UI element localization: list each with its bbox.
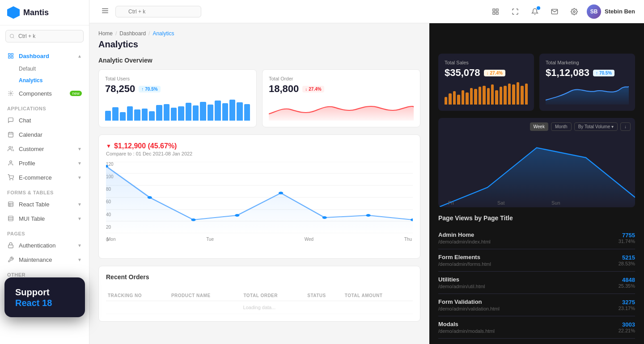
dark-income-chart: Week Month By Total Volume ▾ ↓ — [438, 118, 635, 207]
svg-point-4 — [10, 92, 12, 94]
download-button[interactable]: ↓ — [620, 122, 631, 131]
page-right: Total Sales $35,078 ↓ 27.4% — [429, 23, 644, 344]
svg-point-44 — [191, 218, 195, 221]
total-sales-label: Total Sales — [445, 60, 528, 65]
col-product: Product Name — [169, 290, 242, 301]
s-bar-15 — [504, 86, 506, 105]
pv-percent-1: 31.74% — [619, 239, 635, 244]
sidebar-item-customer[interactable]: Customer ▼ — [0, 142, 89, 156]
svg-rect-30 — [493, 9, 495, 11]
bar-10 — [171, 108, 177, 121]
svg-point-47 — [322, 216, 327, 219]
sidebar-subitem-analytics[interactable]: Analytics — [0, 75, 89, 86]
analytic-overview-title: Analytic Overview — [98, 57, 420, 64]
s-bar-8 — [474, 89, 477, 105]
sidebar-item-mui-table[interactable]: MUI Table ▼ — [0, 211, 89, 226]
sidebar-item-customer-label: Customer — [19, 146, 44, 152]
sidebar-item-react-table[interactable]: React Table ▼ — [0, 197, 89, 211]
bar-5 — [134, 109, 140, 121]
total-marketing-badge: ↑ 70.5% — [593, 70, 614, 76]
volume-dropdown[interactable]: By Total Volume ▾ — [574, 122, 618, 131]
pv-count-3: 4848 — [619, 277, 635, 283]
profile-icon — [7, 159, 14, 167]
sidebar-item-ecommerce[interactable]: E-commerce ▼ — [0, 170, 89, 185]
global-search-input[interactable] — [115, 6, 201, 17]
messages-button[interactable] — [547, 4, 562, 19]
notification-badge — [537, 6, 540, 10]
breadcrumb-dashboard[interactable]: Dashboard — [119, 30, 146, 37]
calendar-icon — [7, 131, 14, 138]
topbar-left — [98, 4, 201, 19]
total-sales-chart — [445, 82, 528, 105]
pv-title-4: Form Validation — [438, 298, 619, 305]
svg-point-10 — [10, 161, 12, 163]
chevron-down-icon6: ▼ — [77, 243, 82, 248]
pv-percent-2: 28.53% — [619, 261, 635, 266]
s-bar-11 — [487, 88, 490, 105]
svg-rect-3 — [11, 56, 13, 58]
logo-icon — [7, 6, 20, 19]
total-marketing-card: Total Marketing $1,12,083 ↑ 70.5% — [539, 54, 635, 111]
pv-title-5: Modals — [438, 321, 619, 327]
svg-point-46 — [279, 192, 283, 194]
svg-point-9 — [9, 147, 11, 149]
sidebar-item-ecommerce-label: E-commerce — [19, 174, 52, 181]
week-button[interactable]: Week — [530, 122, 548, 131]
sidebar-item-authentication[interactable]: Authentication ▼ — [0, 238, 89, 252]
pv-count-4: 3275 — [619, 299, 635, 306]
logo[interactable]: Mantis — [0, 0, 89, 25]
chevron-down-icon3: ▼ — [77, 175, 82, 180]
total-users-badge: ↑ 70.5% — [139, 86, 160, 92]
col-status: Status — [305, 290, 343, 301]
sidebar-item-chat-label: Chat — [19, 117, 31, 124]
page-views-list: Admin Home /demo/admin/index.html 7755 3… — [438, 227, 635, 339]
bar-14 — [200, 102, 206, 121]
maintenance-icon — [7, 256, 14, 263]
bar-2 — [112, 107, 118, 121]
pv-count-1: 7755 — [619, 232, 635, 239]
s-bar-1 — [445, 97, 447, 105]
sidebar-item-profile-label: Profile — [19, 160, 35, 167]
arrow-down-icon: ↓ — [305, 87, 307, 92]
apps-button[interactable] — [488, 4, 503, 19]
svg-rect-20 — [8, 245, 13, 248]
sidebar-subitem-default[interactable]: Default — [0, 63, 89, 75]
bar-17 — [222, 103, 228, 121]
user-info[interactable]: SB Stebin Ben — [587, 4, 635, 19]
s-bar-14 — [500, 87, 502, 105]
breadcrumb-home[interactable]: Home — [98, 30, 113, 37]
svg-point-11 — [10, 180, 10, 180]
total-users-card: Total Users 78,250 ↑ 70.5% — [98, 69, 257, 127]
svg-text:Sat: Sat — [497, 200, 505, 206]
page-views-title: Page Views by Page Title — [438, 214, 635, 222]
pv-percent-5: 22.21% — [619, 328, 635, 333]
chevron-up-icon: ▲ — [77, 54, 82, 59]
month-button[interactable]: Month — [551, 122, 572, 131]
pv-url-3: /demo/admin/util.html — [438, 284, 619, 289]
search-input[interactable] — [5, 30, 84, 42]
sidebar-item-calendar[interactable]: Calendar — [0, 127, 89, 142]
recent-orders-card: Recent Orders Tracking No Product Name T… — [98, 266, 420, 322]
menu-toggle-button[interactable] — [98, 4, 112, 19]
fullscreen-button[interactable] — [508, 4, 522, 19]
bar-9 — [164, 104, 169, 121]
sidebar-item-profile[interactable]: Profile ▼ — [0, 156, 89, 170]
total-order-badge: ↓ 27.4% — [302, 86, 324, 92]
sidebar-item-components[interactable]: Components new — [0, 86, 89, 101]
sidebar-item-chat[interactable]: Chat — [0, 113, 89, 127]
breadcrumb: Home / Dashboard / Analytics — [98, 30, 420, 37]
svg-text:Fri: Fri — [448, 200, 454, 206]
support-react18-popup[interactable]: Support React 18 — [4, 277, 85, 317]
notifications-button[interactable] — [528, 4, 542, 19]
s-bar-3 — [453, 91, 456, 105]
sidebar-item-dashboard[interactable]: Dashboard ▲ — [0, 49, 89, 63]
settings-button[interactable] — [567, 4, 581, 19]
pv-percent-4: 23.17% — [619, 306, 635, 311]
pv-url-5: /demo/admin/modals.html — [438, 328, 619, 334]
s-bar-5 — [462, 90, 464, 105]
sidebar-item-maintenance[interactable]: Maintenance ▼ — [0, 252, 89, 267]
orders-table: Tracking No Product Name Total Order Sta… — [106, 290, 413, 314]
income-compare: Compare to : 01 Dec 2021-08 Jan 2022 — [106, 151, 192, 156]
pv-item-5: Modals /demo/admin/modals.html 3003 22.2… — [438, 316, 635, 339]
support-popup-subtitle: React 18 — [15, 298, 74, 308]
